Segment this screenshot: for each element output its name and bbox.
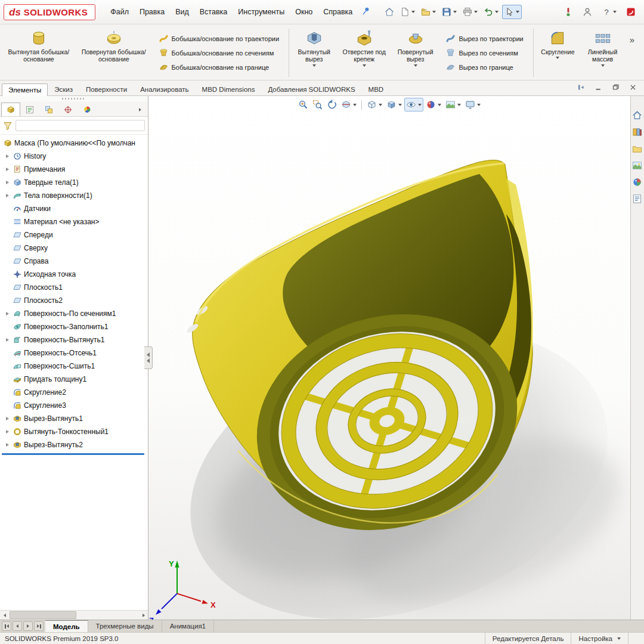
customize-statusbar-button[interactable]: Настройка — [571, 633, 628, 644]
tab-scroll-last-button[interactable] — [34, 621, 44, 631]
boundary-boss-base-button[interactable]: Бобышка/основание на границе — [156, 61, 283, 73]
expand-arrow-icon[interactable] — [4, 312, 11, 315]
tree-root-mask[interactable]: Маска (По умолчанию<<По умолчан — [0, 137, 148, 150]
tab-solidworks-addins[interactable]: Добавления SOLIDWORKS — [261, 83, 361, 95]
tree-filter-input[interactable] — [16, 120, 145, 131]
fillet-button[interactable]: Скругление — [536, 26, 579, 79]
tree-item-thicken1[interactable]: Придать толщину1 — [0, 373, 148, 386]
swept-boss-base-button[interactable]: Бобышка/основание по траектории — [156, 32, 283, 45]
revolved-cut-button[interactable]: Повернутый вырез — [392, 26, 439, 79]
tab-evaluate[interactable]: Анализировать — [134, 83, 195, 95]
tree-item-extrude-thin1[interactable]: Вытянуть-Тонкостенный1 — [0, 425, 148, 438]
panel-tab-displaymanager[interactable] — [78, 103, 97, 116]
tab-surfaces[interactable]: Поверхности — [79, 83, 134, 95]
scroll-left-button[interactable] — [0, 611, 9, 620]
connection-status-button[interactable] — [562, 6, 574, 18]
apply-scene-button[interactable] — [444, 98, 463, 112]
undo-button[interactable] — [481, 5, 501, 19]
tree-item-surface-bodies[interactable]: Тела поверхности(1) — [0, 189, 148, 202]
filter-funnel-icon[interactable] — [3, 121, 13, 131]
expand-arrow-icon[interactable] — [4, 338, 11, 342]
pin-menu-button[interactable] — [360, 5, 371, 18]
tree-item-surface-extrude1[interactable]: Поверхность-Вытянуть1 — [0, 333, 148, 346]
expand-arrow-icon[interactable] — [4, 417, 11, 420]
expand-arrow-icon[interactable] — [4, 430, 11, 434]
extruded-cut-button[interactable]: Вытянутый вырез — [292, 26, 336, 79]
zoom-to-area-button[interactable] — [311, 98, 324, 112]
expand-arrow-icon[interactable] — [4, 443, 11, 447]
tab-mbd-dimensions[interactable]: MBD Dimensions — [196, 83, 262, 95]
tree-item-fillet3[interactable]: Скругление3 — [0, 399, 148, 412]
tab-mbd[interactable]: MBD — [362, 83, 391, 95]
expand-arrow-icon[interactable] — [4, 194, 11, 197]
tree-item-cut-extrude1[interactable]: Вырез-Вытянуть1 — [0, 412, 148, 425]
tree-item-fillet2[interactable]: Скругление2 — [0, 386, 148, 399]
taskpane-home-button[interactable] — [632, 110, 643, 121]
lofted-cut-button[interactable]: Вырез по сечениям — [443, 47, 526, 59]
graphics-viewport[interactable]: Y X Z — [148, 96, 630, 620]
tree-item-cut-extrude2[interactable]: Вырез-Вытянуть2 — [0, 438, 148, 451]
menu-help[interactable]: Справка — [318, 5, 358, 19]
user-account-button[interactable] — [581, 6, 593, 18]
select-button[interactable] — [502, 5, 522, 19]
scrollbar-thumb[interactable] — [10, 611, 76, 619]
tree-item-sensors[interactable]: Датчики — [0, 202, 148, 215]
display-style-button[interactable] — [385, 98, 404, 112]
view-settings-button[interactable] — [463, 98, 482, 112]
tree-item-surface-fill1[interactable]: Поверхность-Заполнить1 — [0, 320, 148, 333]
edit-appearance-button[interactable] — [424, 98, 443, 112]
help-button[interactable]: ? — [600, 6, 618, 18]
taskpane-file-explorer-button[interactable] — [632, 144, 643, 154]
extruded-boss-base-button[interactable]: Вытянутая бобышка/основание — [2, 26, 75, 79]
expand-arrow-icon[interactable] — [4, 154, 11, 158]
tree-item-plane2[interactable]: Плоскость2 — [0, 294, 148, 307]
doc-tab-animation1[interactable]: Анимация1 — [162, 620, 214, 632]
previous-view-button[interactable] — [325, 98, 339, 112]
minimize-document-button[interactable] — [595, 83, 602, 93]
taskpane-appearances-scenes-button[interactable] — [632, 177, 643, 188]
tab-scroll-right-button[interactable] — [23, 621, 33, 631]
menu-tools[interactable]: Инструменты — [233, 5, 290, 19]
app-logo-small-button[interactable] — [625, 6, 637, 18]
panel-tab-dimxpertmanager[interactable] — [58, 103, 78, 116]
lofted-boss-base-button[interactable]: Бобышка/основание по сечениям — [156, 47, 283, 59]
open-document-button[interactable] — [419, 5, 438, 19]
tree-item-top-plane[interactable]: Сверху — [0, 242, 148, 255]
new-document-button[interactable] — [398, 5, 417, 19]
hole-wizard-button[interactable]: Отверстие под крепеж — [338, 26, 391, 79]
tree-item-material[interactable]: Материал <не указан> — [0, 215, 148, 228]
menu-file[interactable]: Файл — [105, 5, 134, 19]
expand-arrow-icon[interactable] — [4, 168, 11, 171]
doc-tab-model[interactable]: Модель — [45, 620, 88, 632]
tab-scroll-first-button[interactable] — [2, 621, 11, 631]
taskpane-design-library-button[interactable] — [632, 127, 643, 138]
boundary-cut-button[interactable]: Вырез по границе — [443, 61, 526, 73]
tree-item-surface-loft1[interactable]: Поверхность-По сечениям1 — [0, 307, 148, 320]
taskpane-custom-properties-button[interactable] — [632, 194, 643, 205]
save-document-button[interactable] — [439, 5, 459, 19]
hide-show-items-button[interactable] — [404, 98, 423, 112]
section-view-button[interactable] — [339, 98, 358, 112]
dock-panel-button[interactable] — [577, 83, 585, 93]
tab-features[interactable]: Элементы — [2, 83, 48, 96]
panel-drag-grip[interactable] — [0, 96, 148, 101]
close-document-button[interactable] — [629, 83, 637, 93]
taskpane-view-palette-button[interactable] — [632, 160, 643, 171]
menu-view[interactable]: Вид — [170, 5, 194, 19]
revolved-boss-base-button[interactable]: Повернутая бобышка/основание — [76, 26, 151, 79]
menu-window[interactable]: Окно — [290, 5, 318, 19]
panel-tab-featuremanager[interactable] — [1, 103, 20, 116]
tree-item-right-plane[interactable]: Справа — [0, 255, 148, 268]
scrollbar-track[interactable] — [9, 611, 139, 620]
panel-collapse-handle[interactable] — [144, 346, 153, 369]
tree-item-surface-knit1[interactable]: Поверхность-Сшить1 — [0, 360, 148, 373]
panel-horizontal-scrollbar[interactable] — [0, 610, 148, 620]
tree-item-front-plane[interactable]: Спереди — [0, 228, 148, 242]
panel-tabs-expand-button[interactable] — [134, 103, 147, 116]
linear-pattern-button[interactable]: Линейный массив — [580, 26, 624, 79]
tree-item-history[interactable]: History — [0, 150, 148, 163]
ribbon-overflow-button[interactable]: » — [626, 26, 642, 45]
print-document-button[interactable] — [460, 5, 480, 19]
home-button[interactable] — [382, 5, 397, 19]
panel-tab-propertymanager[interactable] — [20, 103, 39, 116]
